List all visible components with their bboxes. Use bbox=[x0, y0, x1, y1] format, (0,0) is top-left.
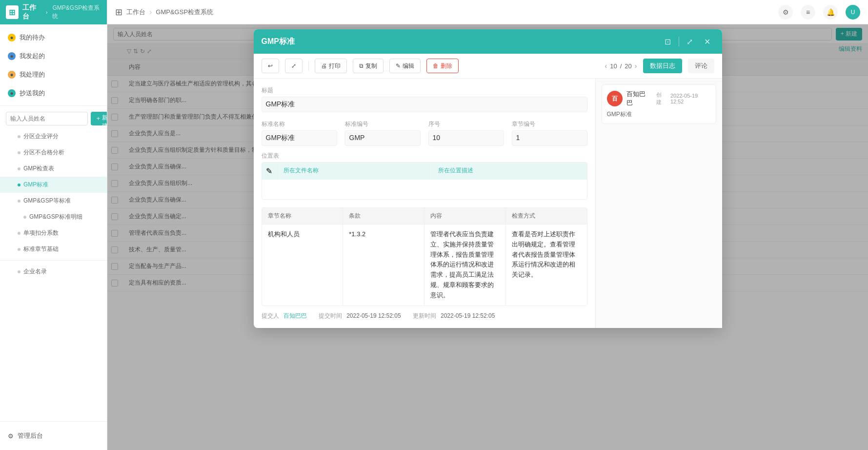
log-header: 百 百知巴巴 创建 2022-05-19 12:52 bbox=[607, 90, 711, 107]
toolbar-edit-button[interactable]: ✎ 编辑 bbox=[389, 59, 421, 73]
modal-close-icon[interactable]: ✕ bbox=[701, 35, 714, 48]
sidebar-search-input[interactable] bbox=[6, 112, 88, 125]
log-avatar-text: 百 bbox=[612, 95, 618, 103]
sidebar-item-zone-fail[interactable]: 分区不合格分析 bbox=[0, 144, 107, 161]
pagination-next-button[interactable]: › bbox=[635, 62, 637, 70]
standard-no-col: 标准编号 GMP bbox=[345, 120, 421, 146]
detail-table: 章节名称 条款 内容 检查方式 机构和人员 *1.3.2 管理者代表应当负责建立… bbox=[262, 207, 587, 306]
standard-no-value: GMP bbox=[345, 130, 421, 146]
topbar-list-icon[interactable]: ≡ bbox=[801, 5, 815, 20]
sidebar-item-zone-eval-label: 分区企业评分 bbox=[23, 132, 59, 141]
sidebar-item-item-deduct[interactable]: 单项扣分系数 bbox=[0, 225, 107, 241]
sidebar-add-button[interactable]: + + 新建 bbox=[91, 112, 107, 125]
update-time-field: 更新时间 2022-05-19 12:52:05 bbox=[413, 312, 495, 320]
log-avatar: 百 bbox=[607, 91, 623, 106]
pagination-prev-button[interactable]: ‹ bbox=[605, 62, 607, 70]
update-time-label: 更新时间 bbox=[413, 312, 436, 319]
sidebar-item-initiated-label: 我发起的 bbox=[20, 52, 45, 61]
toolbar-divider bbox=[308, 61, 309, 71]
sidebar-item-handled-label: 我处理的 bbox=[20, 70, 45, 79]
sidebar-footer-admin[interactable]: ⚙ 管理后台 bbox=[8, 428, 99, 444]
sequence-col: 序号 10 bbox=[428, 120, 504, 146]
chapter-no-value: 1 bbox=[512, 130, 587, 146]
chapter-name-th: 章节名称 bbox=[262, 208, 343, 224]
modal-form: 标题 GMP标准 标准名称 GMP标准 标准编号 GMP bbox=[254, 79, 595, 328]
sidebar-item-forwarded[interactable]: ● 抄送我的 bbox=[0, 84, 107, 102]
log-content: GMP标准 bbox=[607, 110, 711, 119]
topbar-title: 工作台 bbox=[126, 8, 145, 17]
toolbar-restore-button[interactable]: ↩ bbox=[262, 59, 279, 73]
modal-header-divider bbox=[679, 37, 679, 46]
standard-name-col: 标准名称 GMP标准 bbox=[262, 120, 337, 146]
position-table-header: ✎ 所在文件名称 所在位置描述 bbox=[262, 163, 587, 180]
clause-td: *1.3.2 bbox=[343, 225, 424, 306]
toolbar-print-button[interactable]: 🖨 打印 bbox=[315, 59, 347, 73]
copy-label: 复制 bbox=[365, 62, 377, 70]
toolbar-copy-button[interactable]: ⧉ 复制 bbox=[353, 59, 384, 73]
sidebar-item-gmp-standard-label: GMP标准 bbox=[23, 181, 48, 189]
tab-data-log-button[interactable]: 数据日志 bbox=[643, 59, 682, 73]
sidebar-item-gmp-gsp-detail[interactable]: GMP&GSP标准明细 bbox=[0, 209, 107, 225]
sidebar-item-gmp-check[interactable]: GMP检查表 bbox=[0, 161, 107, 177]
sidebar-item-my-handled[interactable]: ● 我处理的 bbox=[0, 65, 107, 84]
forwarded-icon: ● bbox=[8, 89, 16, 97]
topbar-arrow: › bbox=[149, 8, 152, 17]
delete-label: 删除 bbox=[441, 62, 452, 70]
topbar-breadcrumb: GMP&GSP检查系统 bbox=[156, 8, 213, 17]
sequence-label: 序号 bbox=[428, 120, 504, 128]
print-icon: 🖨 bbox=[321, 62, 327, 69]
sidebar-item-gmp-gsp-detail-label: GMP&GSP标准明细 bbox=[29, 213, 82, 221]
log-created-label: 创建 bbox=[656, 91, 666, 106]
sidebar-item-gmp-gsp-standard[interactable]: GMP&GSP等标准 bbox=[0, 193, 107, 209]
modal-header: GMP标准 ⊡ ⤢ ✕ bbox=[254, 29, 722, 54]
sidebar-item-zone-eval[interactable]: 分区企业评分 bbox=[0, 128, 107, 144]
modal-log-panel: 百 百知巴巴 创建 2022-05-19 12:52 GMP标准 bbox=[595, 79, 722, 328]
sidebar-footer: ⚙ 管理后台 bbox=[0, 421, 107, 450]
sidebar-item-deduct-label: 单项扣分系数 bbox=[23, 229, 59, 237]
dot-icon bbox=[18, 135, 20, 138]
tab-comment-button[interactable]: 评论 bbox=[688, 59, 714, 73]
chapter-name-td: 机构和人员 bbox=[262, 225, 343, 306]
sidebar-item-standard-chapter[interactable]: 标准章节基础 bbox=[0, 241, 107, 257]
modal-overlay: GMP标准 ⊡ ⤢ ✕ ↩ ⤢ 🖨 打印 bbox=[107, 24, 868, 450]
modal-expand-icon[interactable]: ⤢ bbox=[683, 35, 697, 48]
detail-table-row: 机构和人员 *1.3.2 管理者代表应当负责建立、实施并保持质量管理体系，报告质… bbox=[262, 224, 587, 306]
position-table: ✎ 所在文件名称 所在位置描述 bbox=[262, 162, 587, 200]
sidebar-item-company-label: 企业名录 bbox=[23, 267, 47, 276]
main-area: ⊞ 工作台 › GMP&GSP检查系统 ⚙ ≡ 🔔 U + 新建 ▽ bbox=[107, 0, 868, 450]
topbar-settings-button[interactable]: ⚙ bbox=[778, 5, 793, 20]
modal-toolbar: ↩ ⤢ 🖨 打印 ⧉ 复制 ✎ 编辑 bbox=[254, 54, 722, 79]
pagination-current: 10 bbox=[610, 62, 617, 70]
submitter-value[interactable]: 百知巴巴 bbox=[283, 312, 307, 319]
modal-pin-icon[interactable]: ⊡ bbox=[661, 35, 675, 48]
detail-table-header: 章节名称 条款 内容 检查方式 bbox=[262, 208, 587, 224]
toolbar-delete-button[interactable]: 🗑 删除 bbox=[426, 59, 459, 73]
title-value: GMP标准 bbox=[262, 97, 587, 112]
topbar-left: ⊞ 工作台 › GMP&GSP检查系统 bbox=[115, 7, 213, 18]
dot-icon bbox=[18, 151, 20, 154]
submitter-label: 提交人 bbox=[262, 312, 279, 319]
sidebar-nav: ● 我的待办 ● 我发起的 ● 我处理的 ● 抄送我的 + + 新建 分区企业评 bbox=[0, 24, 107, 421]
chapter-no-col: 章节编号 1 bbox=[512, 120, 587, 146]
content-td: 管理者代表应当负责建立、实施并保持质量管理体系，报告质量管理体系的运行情况和改进… bbox=[424, 225, 506, 306]
check-method-th: 检查方式 bbox=[506, 208, 587, 224]
topbar-bell-icon[interactable]: 🔔 bbox=[823, 5, 838, 20]
sidebar-item-company[interactable]: 企业名录 bbox=[0, 264, 107, 280]
sidebar-item-gmp-standard[interactable]: GMP标准 bbox=[0, 177, 107, 193]
submitter-field: 提交人 百知巴巴 bbox=[262, 312, 307, 320]
modal-body: 标题 GMP标准 标准名称 GMP标准 标准编号 GMP bbox=[254, 79, 722, 328]
sidebar-item-my-pending[interactable]: ● 我的待办 bbox=[0, 28, 107, 47]
toolbar-share-button[interactable]: ⤢ bbox=[285, 59, 303, 73]
sidebar: ⊞ 工作台 › GMP&GSP检查系统 ● 我的待办 ● 我发起的 ● 我处理的… bbox=[0, 0, 107, 450]
app-logo-icon: ⊞ bbox=[6, 5, 19, 19]
pagination-slash: / bbox=[620, 62, 622, 70]
chapter-no-label: 章节编号 bbox=[512, 120, 587, 128]
update-time-value: 2022-05-19 12:52:05 bbox=[441, 312, 495, 319]
modal-title: GMP标准 bbox=[262, 37, 295, 47]
sidebar-item-chapter-label: 标准章节基础 bbox=[23, 245, 59, 253]
position-table-section: 位置表 ✎ 所在文件名称 所在位置描述 bbox=[262, 152, 587, 200]
topbar-avatar[interactable]: U bbox=[846, 5, 860, 20]
sidebar-item-my-initiated[interactable]: ● 我发起的 bbox=[0, 47, 107, 65]
content-area: + 新建 ▽ ⇅ ↻ ⤢ 编辑资料 bbox=[107, 24, 868, 450]
log-user: 百知巴巴 bbox=[626, 90, 650, 107]
